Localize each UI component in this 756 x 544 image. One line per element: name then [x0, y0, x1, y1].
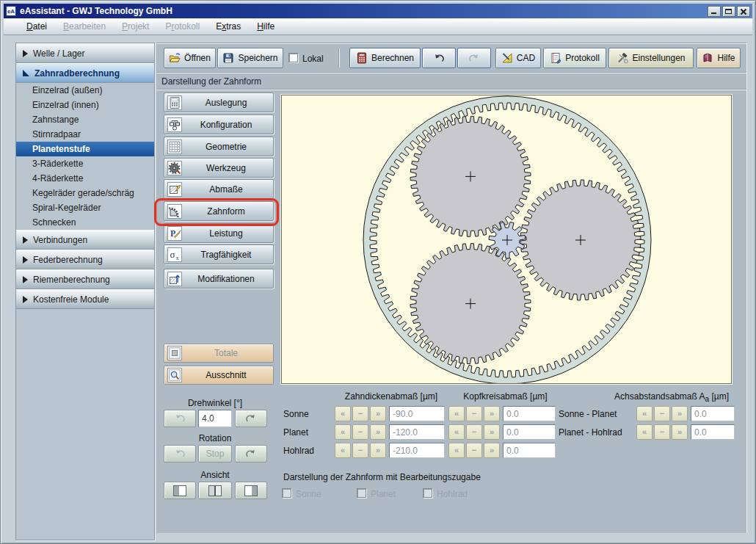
- increment-fast-button[interactable]: »: [484, 424, 500, 440]
- nav-leistung-button[interactable]: P Leistung: [164, 223, 274, 243]
- settings-button[interactable]: Einstellungen: [608, 48, 694, 68]
- rotate-ccw-step-button[interactable]: [164, 410, 196, 427]
- sidebar-section-welle-lager[interactable]: Welle / Lager: [16, 43, 154, 63]
- sidebar-section-verbindungen[interactable]: Verbindungen: [16, 230, 154, 250]
- sidebar-section-riemenberechnung[interactable]: Riemenberechnung: [16, 269, 154, 289]
- decrement-fast-button[interactable]: «: [448, 424, 465, 440]
- view-left-pane-button[interactable]: [164, 482, 196, 499]
- planet-zahndicke-stepper: « − »: [335, 424, 386, 440]
- decrement-fast-button[interactable]: «: [335, 424, 351, 440]
- sonne-planet-achsabstand-stepper: « − »: [636, 406, 688, 421]
- redo-button[interactable]: [457, 48, 491, 68]
- sidebar-item-planetenstufe[interactable]: Planetenstufe: [16, 142, 154, 156]
- save-button[interactable]: Speichern: [217, 48, 283, 68]
- rotation-cw-button[interactable]: [235, 445, 267, 463]
- increment-fast-button[interactable]: »: [370, 424, 386, 440]
- minimize-button[interactable]: [708, 6, 721, 17]
- zugabe-sonne-checkbox[interactable]: [282, 488, 291, 500]
- increment-fast-button[interactable]: »: [672, 424, 688, 440]
- sidebar-item-3-raederkette[interactable]: 3-Räderkette: [16, 156, 154, 171]
- undo-button[interactable]: [422, 48, 456, 68]
- sidebar-section-federberechnung[interactable]: Federberechnung: [16, 250, 154, 269]
- reset-button[interactable]: −: [466, 443, 482, 458]
- rotation-ccw-button[interactable]: [164, 445, 196, 463]
- reset-button[interactable]: −: [352, 443, 368, 458]
- toolbar: Öffnen Speichern Lokal Berechnen: [156, 44, 746, 73]
- protokoll-button[interactable]: Protokoll: [543, 48, 606, 68]
- rotation-stop-button[interactable]: Stop: [198, 445, 232, 463]
- cad-button[interactable]: CAD: [495, 48, 541, 68]
- drehwinkel-input[interactable]: [198, 410, 232, 427]
- nav-abmasse-button[interactable]: Abmaße: [164, 179, 274, 199]
- totale-button[interactable]: Totale: [164, 344, 274, 363]
- sidebar-section-zahnradberechnung[interactable]: Zahnradberechnung: [16, 63, 154, 83]
- nav-werkzeug-button[interactable]: Werkzeug: [164, 158, 274, 178]
- menu-hilfe[interactable]: Hilfe: [249, 19, 283, 34]
- sidebar-item-zahnstange[interactable]: Zahnstange: [16, 112, 154, 127]
- reset-button[interactable]: −: [352, 424, 368, 440]
- sidebar-item-stirnradpaar[interactable]: Stirnradpaar: [16, 127, 154, 142]
- nav-konfiguration-button[interactable]: Konfiguration: [164, 115, 274, 134]
- nav-geometrie-button[interactable]: Geometrie: [164, 137, 274, 156]
- lokal-checkbox[interactable]: [288, 53, 298, 65]
- rotate-cw-step-button[interactable]: [235, 410, 267, 427]
- hohlrad-kopfkreis-input[interactable]: [503, 443, 556, 458]
- close-button[interactable]: [737, 6, 750, 17]
- zugabe-planet-checkbox[interactable]: [357, 488, 366, 500]
- menu-datei[interactable]: Datei: [18, 19, 55, 34]
- reset-button[interactable]: −: [466, 424, 482, 440]
- ausschnitt-button[interactable]: Ausschnitt: [164, 366, 274, 385]
- decrement-fast-button[interactable]: «: [636, 406, 653, 421]
- sonne-planet-achsabstand-input[interactable]: [691, 406, 735, 421]
- sidebar-item-spiral-kegelraeder[interactable]: Spiral-Kegelräder: [16, 200, 154, 215]
- help-button[interactable]: Hilfe: [697, 48, 741, 68]
- expanded-arrow-icon: [23, 70, 29, 76]
- reset-button[interactable]: −: [352, 406, 368, 421]
- increment-fast-button[interactable]: »: [672, 406, 688, 421]
- planet-hohlrad-achsabstand-input[interactable]: [691, 424, 735, 440]
- decrement-fast-button[interactable]: «: [448, 406, 465, 421]
- increment-fast-button[interactable]: »: [484, 443, 500, 458]
- reset-button[interactable]: −: [654, 406, 670, 421]
- rotation-label: Rotation: [156, 433, 274, 443]
- gear-diagram-canvas[interactable]: [281, 95, 732, 384]
- increment-fast-button[interactable]: »: [484, 406, 500, 421]
- decrement-fast-button[interactable]: «: [335, 406, 351, 421]
- konfiguration-flowchart-icon: [167, 117, 182, 132]
- lokal-label: Lokal: [302, 54, 324, 64]
- increment-fast-button[interactable]: »: [370, 406, 386, 421]
- decrement-fast-button[interactable]: «: [448, 443, 465, 458]
- sidebar-section-kostenfreie-module[interactable]: Kostenfreie Module: [16, 289, 154, 309]
- decrement-fast-button[interactable]: «: [636, 424, 653, 440]
- sidebar-item-schnecken[interactable]: Schnecken: [16, 215, 154, 230]
- sidebar-item-einzelrad-aussen[interactable]: Einzelrad (außen): [16, 83, 154, 98]
- menu-bearbeiten[interactable]: Bearbeiten: [55, 19, 114, 34]
- sonne-kopfkreis-input[interactable]: [503, 406, 556, 421]
- maximize-button[interactable]: [722, 6, 735, 17]
- nav-auslegung-button[interactable]: Auslegung: [164, 93, 274, 112]
- calculate-button[interactable]: Berechnen: [349, 48, 421, 68]
- sonne-kopfkreis-stepper: « − »: [448, 406, 500, 421]
- increment-fast-button[interactable]: »: [370, 443, 386, 458]
- view-right-pane-button[interactable]: [235, 482, 267, 499]
- planet-zahndicke-input[interactable]: [389, 424, 445, 440]
- planet-kopfkreis-input[interactable]: [503, 424, 556, 440]
- sidebar-item-4-raederkette[interactable]: 4-Räderkette: [16, 171, 154, 186]
- open-button[interactable]: Öffnen: [164, 48, 216, 68]
- menu-protokoll[interactable]: Protokoll: [157, 19, 208, 34]
- hohlrad-zahndicke-input[interactable]: [389, 443, 445, 458]
- sidebar-item-kegelraeder[interactable]: Kegelräder gerade/schräg: [16, 186, 154, 200]
- decrement-fast-button[interactable]: «: [335, 443, 351, 458]
- menu-extras[interactable]: Extras: [208, 19, 249, 34]
- sidebar-item-einzelrad-innen[interactable]: Einzelrad (innen): [16, 98, 154, 112]
- zugabe-hohlrad-checkbox[interactable]: [423, 488, 432, 500]
- app-icon: eA: [6, 6, 16, 16]
- view-split-pane-button[interactable]: [198, 482, 232, 499]
- nav-modifikationen-button[interactable]: Modifikationen: [164, 269, 274, 289]
- reset-button[interactable]: −: [654, 424, 670, 440]
- nav-zahnform-button[interactable]: Zahnform: [164, 201, 274, 221]
- sonne-zahndicke-input[interactable]: [389, 406, 445, 421]
- nav-tragfaehigkeit-button[interactable]: σx Tragfähigkeit: [164, 244, 274, 264]
- menu-projekt[interactable]: Projekt: [114, 19, 157, 34]
- reset-button[interactable]: −: [466, 406, 482, 421]
